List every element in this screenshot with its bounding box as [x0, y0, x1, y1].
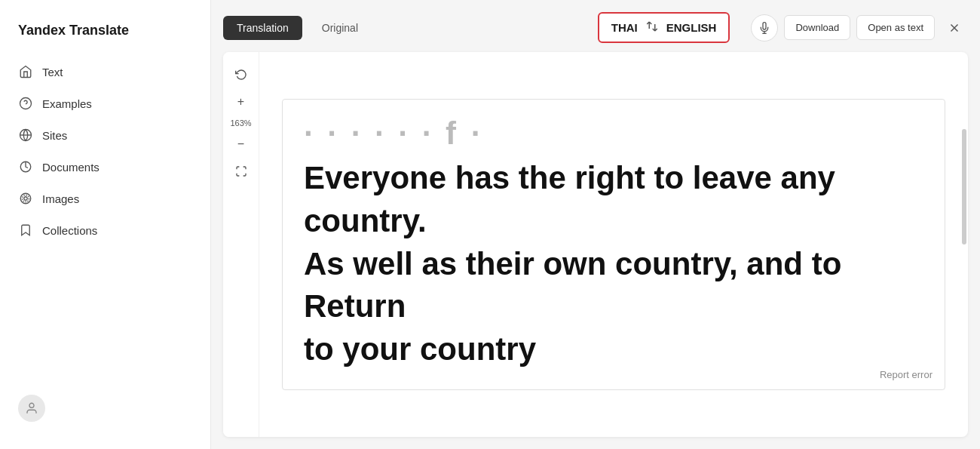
sidebar-footer [0, 383, 210, 434]
doc-main-text: Everyone has the right to leave any coun… [304, 157, 923, 371]
image-icon [18, 191, 33, 206]
sidebar-label-documents: Documents [42, 161, 100, 174]
sidebar-item-examples[interactable]: Examples [9, 88, 201, 118]
examples-icon [18, 96, 33, 111]
svg-point-6 [24, 197, 28, 201]
zoom-level: 163% [230, 118, 251, 128]
svg-point-0 [20, 98, 32, 109]
mic-button[interactable] [751, 14, 778, 42]
zoom-in-button[interactable]: + [231, 91, 252, 112]
sidebar-label-images: Images [42, 192, 79, 205]
svg-point-8 [29, 403, 34, 407]
open-as-text-button[interactable]: Open as text [856, 15, 935, 40]
globe-icon [18, 128, 33, 143]
svg-point-7 [23, 195, 29, 202]
doc-content-area: · · · · · · f · Everyone has the right t… [259, 52, 968, 437]
topbar-actions: Download Open as text [751, 14, 968, 42]
sidebar-item-collections[interactable]: Collections [9, 215, 201, 245]
tab-original[interactable]: Original [308, 16, 372, 40]
main-content: Translation Original THAI ENGLISH [211, 0, 980, 449]
sidebar-item-images[interactable]: Images [9, 183, 201, 214]
app-logo: Yandex Translate [0, 15, 210, 57]
sidebar: Yandex Translate Text Examples [0, 0, 211, 449]
sidebar-item-sites[interactable]: Sites [9, 120, 201, 150]
sidebar-item-text[interactable]: Text [9, 57, 201, 87]
tab-translation[interactable]: Translation [223, 16, 302, 40]
document-icon [18, 159, 33, 174]
sidebar-label-collections: Collections [42, 224, 97, 237]
sidebar-label-sites: Sites [42, 129, 67, 142]
lang-from: THAI [611, 21, 638, 34]
zoom-controls: + 163% − [223, 52, 259, 437]
close-button[interactable] [941, 14, 968, 42]
sidebar-nav: Text Examples Sites [0, 57, 210, 383]
language-selector[interactable]: THAI ENGLISH [598, 12, 730, 43]
download-button[interactable]: Download [784, 15, 850, 40]
avatar[interactable] [18, 395, 45, 422]
home-icon [18, 64, 33, 79]
zoom-out-button[interactable]: − [231, 134, 252, 155]
lang-to: ENGLISH [666, 21, 717, 34]
scrollbar[interactable] [962, 129, 966, 244]
bookmark-icon [18, 223, 33, 238]
sidebar-item-documents[interactable]: Documents [9, 152, 201, 182]
sidebar-label-text: Text [42, 66, 63, 78]
fit-button[interactable] [231, 161, 252, 182]
sidebar-label-examples: Examples [42, 97, 92, 110]
report-error-button[interactable]: Report error [880, 369, 933, 380]
document-viewer: + 163% − · · · · · · f · Everyone has th… [223, 52, 968, 437]
swap-icon [645, 20, 659, 35]
topbar: Translation Original THAI ENGLISH [223, 12, 968, 43]
doc-text-area: · · · · · · f · Everyone has the right t… [282, 99, 945, 389]
doc-partial-top: · · · · · · f · [304, 118, 923, 149]
reset-zoom-button[interactable] [231, 64, 252, 85]
